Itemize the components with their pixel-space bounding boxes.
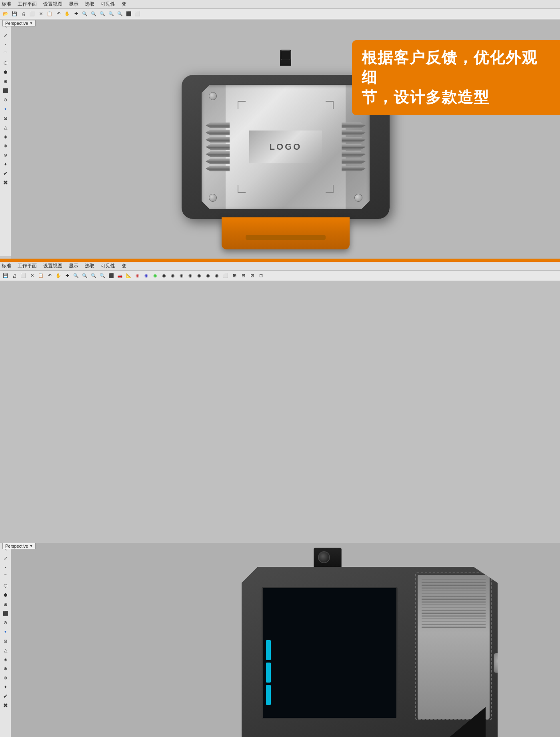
menu-tab-standard[interactable]: 标准	[2, 1, 11, 8]
b-misc-1[interactable]: ⊡	[257, 272, 265, 280]
lv-point-icon[interactable]: ·	[1, 40, 10, 49]
lv-annotation-icon[interactable]: ⊙	[1, 95, 10, 104]
undo-icon[interactable]: ↶	[54, 10, 62, 18]
lv2-annotation[interactable]: ⊙	[1, 618, 10, 627]
b-zoom-3[interactable]: 🔍	[90, 272, 98, 280]
device-body-bottom: LOGO	[242, 567, 498, 737]
lv-layer-icon[interactable]: ●	[1, 104, 10, 113]
b-circle-5[interactable]: ◉	[169, 272, 177, 280]
menu-tab-2-standard[interactable]: 标准	[2, 263, 11, 269]
b-circle-9[interactable]: ◉	[204, 272, 212, 280]
b-add-icon[interactable]: ✚	[63, 272, 71, 280]
b-circle-2[interactable]: ◉	[142, 272, 150, 280]
delete-icon[interactable]: ✕	[37, 10, 45, 18]
b-print-icon[interactable]: 🖨	[10, 272, 18, 280]
viewport-dropdown-arrow-bottom[interactable]: ▼	[29, 544, 33, 548]
b-save-icon[interactable]: 💾	[2, 272, 10, 280]
b-copy-icon[interactable]: 📋	[37, 272, 45, 280]
menu-tab-2-workplane[interactable]: 工作平面	[18, 263, 37, 269]
lv2-render[interactable]: ◈	[1, 655, 10, 664]
grid-icon-1[interactable]: ⬛	[125, 10, 133, 18]
menu-tab-transform[interactable]: 变	[122, 1, 126, 8]
b-grid-1[interactable]: ⬛	[107, 272, 115, 280]
lv2-dim[interactable]: ⬛	[1, 609, 10, 618]
menu-tab-2-display[interactable]: 显示	[69, 263, 78, 269]
lv-render-icon[interactable]: ◈	[1, 132, 10, 141]
viewport-label-top[interactable]: Perspective ▼	[2, 20, 36, 26]
menu-tab-2-select[interactable]: 选取	[85, 263, 94, 269]
lv-dim-icon[interactable]: ⬛	[1, 86, 10, 95]
lv-check-icon[interactable]: ✔	[1, 169, 10, 178]
print-icon[interactable]: 🖨	[19, 10, 27, 18]
viewport-label-bottom[interactable]: Perspective ▼	[2, 543, 36, 549]
b-zoom-4[interactable]: 🔍	[98, 272, 106, 280]
open-icon[interactable]: 📂	[2, 10, 10, 18]
grid-icon-2[interactable]: ⬜	[134, 10, 142, 18]
lv2-mesh[interactable]: ⊞	[1, 600, 10, 608]
lv2-layer[interactable]: ●	[1, 627, 10, 636]
lv2-snap[interactable]: ⊗	[1, 673, 10, 682]
menu-tab-display[interactable]: 显示	[69, 1, 78, 8]
lv2-point[interactable]: ·	[1, 563, 10, 572]
lv-surface-icon[interactable]: ⬡	[1, 58, 10, 67]
b-render-icon[interactable]: 🚗	[116, 272, 124, 280]
b-arrow-3[interactable]: ⊠	[248, 272, 256, 280]
zoom-icon-4[interactable]: 🔍	[107, 10, 115, 18]
lv-snap-icon[interactable]: ⊗	[1, 151, 10, 159]
b-analysis-icon[interactable]: 📐	[125, 272, 133, 280]
lv2-analyze[interactable]: △	[1, 646, 10, 655]
lv2-solid[interactable]: ⬢	[1, 590, 10, 599]
b-delete-icon[interactable]: ✕	[28, 272, 36, 280]
b-zoom-1[interactable]: 🔍	[72, 272, 80, 280]
b-square-1[interactable]: ⬜	[222, 272, 230, 280]
b-zoom-2[interactable]: 🔍	[81, 272, 89, 280]
b-circle-3[interactable]: ◉	[151, 272, 159, 280]
lv-analyze-icon[interactable]: △	[1, 123, 10, 132]
copy-icon[interactable]: 📋	[46, 10, 54, 18]
lv2-curve[interactable]: ⌒	[1, 572, 10, 581]
b-pan-icon[interactable]: ✋	[54, 272, 62, 280]
lv2-osnap[interactable]: ✦	[1, 683, 10, 691]
lv-draft-icon[interactable]: ⊕	[1, 141, 10, 150]
lv-mesh-icon[interactable]: ⊞	[1, 77, 10, 86]
add-icon[interactable]: ✚	[72, 10, 80, 18]
b-circle-6[interactable]: ◉	[178, 272, 186, 280]
b-circle-10[interactable]: ◉	[213, 272, 221, 280]
lv2-transform[interactable]: ⊠	[1, 637, 10, 645]
b-undo-icon[interactable]: ↶	[46, 272, 54, 280]
zoom-icon-2[interactable]: 🔍	[90, 10, 98, 18]
lv2-select[interactable]: ⤢	[1, 554, 10, 562]
viewport-icon[interactable]: ⬜	[28, 10, 36, 18]
b-arrow-2[interactable]: ⊟	[239, 272, 247, 280]
viewport-dropdown-arrow-top[interactable]: ▼	[29, 21, 33, 25]
b-circle-8[interactable]: ◉	[195, 272, 203, 280]
menu-tab-setview[interactable]: 设置视图	[43, 1, 62, 8]
lv2-draft[interactable]: ⊕	[1, 664, 10, 673]
lv-close-icon[interactable]: ✖	[1, 178, 10, 187]
save-icon[interactable]: 💾	[10, 10, 18, 18]
camera-lens-bottom	[318, 551, 330, 563]
b-circle-4[interactable]: ◉	[160, 272, 168, 280]
pan-icon[interactable]: ✋	[63, 10, 71, 18]
lv2-surface[interactable]: ⬡	[1, 581, 10, 590]
b-circle-7[interactable]: ◉	[186, 272, 194, 280]
lv-transform-icon[interactable]: ⊠	[1, 114, 10, 122]
menu-tab-2-setview[interactable]: 设置视图	[43, 263, 62, 269]
b-viewport-icon[interactable]: ⬜	[19, 272, 27, 280]
menu-tab-2-transform[interactable]: 变	[122, 263, 126, 269]
menu-tab-visibility[interactable]: 可见性	[101, 1, 115, 8]
zoom-icon-5[interactable]: 🔍	[116, 10, 124, 18]
zoom-icon-1[interactable]: 🔍	[81, 10, 89, 18]
lv-osnap-icon[interactable]: ✦	[1, 160, 10, 169]
menu-tab-select[interactable]: 选取	[85, 1, 94, 8]
lv2-check[interactable]: ✔	[1, 692, 10, 701]
b-circle-1[interactable]: ◉	[134, 272, 142, 280]
menu-tab-2-visibility[interactable]: 可见性	[101, 263, 115, 269]
lv-select-icon[interactable]: ⤢	[1, 31, 10, 40]
menu-tab-workplane[interactable]: 工作平面	[18, 1, 37, 8]
lv-solid-icon[interactable]: ⬢	[1, 68, 10, 76]
zoom-icon-3[interactable]: 🔍	[98, 10, 106, 18]
b-arrow-1[interactable]: ⊞	[230, 272, 238, 280]
lv-curve-icon[interactable]: ⌒	[1, 49, 10, 58]
lv2-close[interactable]: ✖	[1, 701, 10, 710]
